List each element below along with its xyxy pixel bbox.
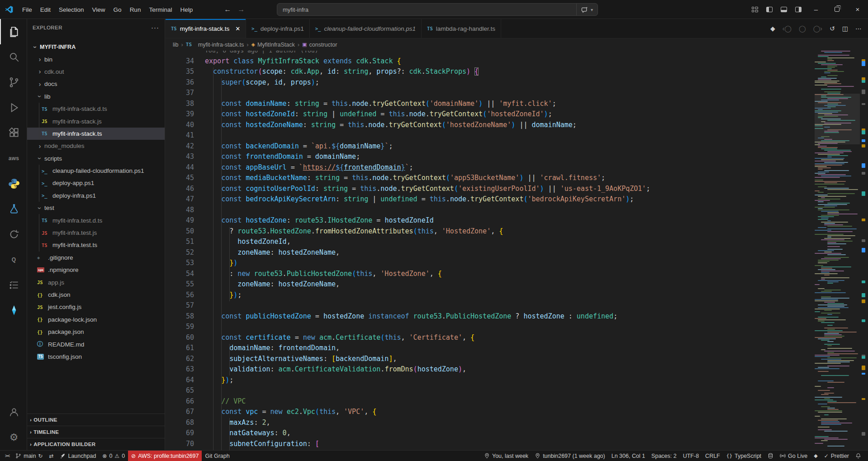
activity-ai-diamond-icon[interactable] — [0, 298, 27, 323]
code-line[interactable]: 58 const publicHostedZone = hostedZone i… — [166, 311, 815, 322]
tab-myfit-infra-stack.ts[interactable]: TSmyfit-infra-stack.ts✕ — [166, 19, 246, 38]
code-line[interactable]: 54 : new route53.PublicHostedZone(this, … — [166, 269, 815, 280]
tab-cleanup-failed-cloudformation.ps1[interactable]: >_cleanup-failed-cloudformation.ps1 — [310, 19, 422, 38]
code-line[interactable]: 69 natGateways: 0, — [166, 428, 815, 439]
activity-python-icon[interactable] — [0, 171, 27, 196]
breadcrumb-constructor[interactable]: ▣constructor — [302, 42, 337, 48]
status-launchpad[interactable]: Launchpad — [57, 451, 99, 461]
code-line[interactable]: 66 // VPC — [166, 396, 815, 407]
code-line[interactable]: 61 domainName: frontendDomain, — [166, 343, 815, 354]
code-line[interactable]: 51 hostedZoneId, — [166, 237, 815, 247]
tree-item-tsconfig.json[interactable]: TStsconfig.json — [27, 351, 165, 363]
status-notifications[interactable] — [852, 451, 864, 461]
tree-item-cleanup-failed-cloudformation.ps1[interactable]: >_cleanup-failed-cloudformation.ps1 — [27, 165, 165, 177]
code-line[interactable]: 59 — [166, 322, 815, 333]
code-line[interactable]: 49 const hostedZone: route53.IHostedZone… — [166, 215, 815, 226]
menu-view[interactable]: View — [88, 5, 109, 15]
code-line[interactable]: 56 }); — [166, 290, 815, 301]
restore-button[interactable] — [826, 0, 847, 19]
split-editor-icon[interactable]: ◫ — [842, 25, 848, 32]
overview-ruler[interactable] — [860, 51, 868, 450]
change-icon[interactable]: ◯ — [799, 25, 806, 32]
tree-item-cdk.json[interactable]: {}cdk.json — [27, 289, 165, 301]
menu-edit[interactable]: Edit — [36, 5, 55, 15]
code-line[interactable]: 43 const frontendDomain = domainName; — [166, 152, 815, 162]
tab-deploy-infra.ps1[interactable]: >_deploy-infra.ps1 — [246, 19, 310, 38]
code-editor[interactable]: You, 6 days ago | 1 author (You)34export… — [166, 51, 868, 450]
timeline-icon[interactable]: ↺ — [830, 25, 835, 32]
forward-arrow-icon[interactable]: → — [237, 5, 245, 14]
minimap-slider[interactable] — [815, 94, 860, 144]
menu-run[interactable]: Run — [126, 5, 145, 15]
status-go-live[interactable]: Go Live — [777, 451, 811, 461]
code-line[interactable]: 50 ? route53.HostedZone.fromHostedZoneAt… — [166, 226, 815, 237]
activity-source-control-icon[interactable] — [0, 70, 27, 95]
activity-amazon-q-icon[interactable]: Q — [0, 247, 27, 272]
code-line[interactable]: 55 zoneName: hostedZoneName, — [166, 279, 815, 290]
status-ai-sparkle[interactable]: ◆ — [811, 451, 821, 461]
code-line[interactable]: 44 const appBaseUrl = `https://${fronten… — [166, 162, 815, 173]
status-git-branch[interactable]: main↻ — [12, 451, 46, 461]
activity-flask-icon[interactable] — [0, 196, 27, 222]
status-encoding[interactable]: UTF-8 — [680, 451, 702, 461]
explorer-more-actions[interactable]: ··· — [151, 24, 159, 31]
tree-folder-scripts[interactable]: ›scripts — [27, 152, 165, 165]
menu-terminal[interactable]: Terminal — [145, 5, 176, 15]
activity-test-refresh-icon[interactable] — [0, 222, 27, 247]
toggle-secondary-sidebar-icon[interactable] — [792, 4, 804, 15]
breadcrumb[interactable]: lib›TSmyfit-infra-stack.ts›◈MyfitInfraSt… — [166, 38, 868, 51]
code-line[interactable]: 45 const mediaBucketName: string = this.… — [166, 173, 815, 184]
copilot-menu[interactable]: ▾ — [576, 4, 598, 15]
code-line[interactable]: 57 — [166, 300, 815, 311]
back-arrow-icon[interactable]: ← — [224, 5, 231, 14]
minimap[interactable] — [815, 51, 860, 450]
tree-item-app.js[interactable]: JSapp.js — [27, 276, 165, 288]
breadcrumb-MyfitInfraStack[interactable]: ◈MyfitInfraStack — [251, 42, 295, 48]
code-line[interactable]: 70 subnetConfiguration: [ — [166, 439, 815, 450]
activity-extensions-icon[interactable] — [0, 120, 27, 146]
close-tab-icon[interactable]: ✕ — [235, 25, 240, 32]
code-line[interactable]: 64 }); — [166, 375, 815, 386]
tree-folder-docs[interactable]: ›docs — [27, 78, 165, 90]
tree-item-myfit-infra.test.ts[interactable]: TSmyfit-infra.test.ts — [27, 239, 165, 251]
menu-go[interactable]: Go — [109, 5, 126, 15]
activity-run-debug-icon[interactable] — [0, 95, 27, 120]
tree-item-deploy-app.ps1[interactable]: >_deploy-app.ps1 — [27, 177, 165, 189]
status-eol[interactable]: CRLF — [702, 451, 723, 461]
code-line[interactable]: 52 zoneName: hostedZoneName, — [166, 247, 815, 258]
more-actions-icon[interactable]: ⋯ — [855, 25, 862, 32]
tree-item-.gitignore[interactable]: ◈.gitignore — [27, 252, 165, 264]
code-line[interactable]: 53 }) — [166, 258, 815, 269]
tree-item-deploy-infra.ps1[interactable]: >_deploy-infra.ps1 — [27, 190, 165, 202]
menu-selection[interactable]: Selection — [55, 5, 88, 15]
activity-todo-list-icon[interactable] — [0, 272, 27, 298]
breadcrumb-myfit-infra-stack.ts[interactable]: TSmyfit-infra-stack.ts — [186, 42, 244, 48]
status-aws-profile[interactable]: ⊘AWS: profile:tunbin2697 — [128, 451, 202, 461]
status-blame-author[interactable]: tunbin2697 (1 week ago) — [531, 451, 608, 461]
code-line[interactable]: 40 const hostedZoneName: string = this.n… — [166, 120, 815, 131]
code-line[interactable]: 68 maxAzs: 2, — [166, 418, 815, 428]
close-button[interactable]: × — [847, 0, 868, 19]
code-line[interactable]: 62 subjectAlternativeNames: [backendDoma… — [166, 354, 815, 365]
toggle-primary-sidebar-icon[interactable] — [764, 4, 775, 15]
tree-item-jest.config.js[interactable]: JSjest.config.js — [27, 301, 165, 313]
status-db-tool[interactable] — [764, 451, 777, 461]
status-language-mode[interactable]: {}TypeScript — [723, 451, 764, 461]
code-lines[interactable]: You, 6 days ago | 1 author (You)34export… — [166, 51, 815, 450]
tree-item-myfit-infra.test.d.ts[interactable]: TSmyfit-infra.test.d.ts — [27, 214, 165, 226]
status-remote-indicator[interactable]: >< — [2, 451, 12, 461]
tree-item-myfit-infra.test.js[interactable]: JSmyfit-infra.test.js — [27, 227, 165, 239]
code-line[interactable]: 36 super(scope, id, props); — [166, 77, 815, 88]
menu-file[interactable]: File — [18, 5, 36, 15]
menu-help[interactable]: Help — [176, 5, 197, 15]
tree-folder-lib[interactable]: ›lib — [27, 90, 165, 103]
code-line[interactable]: 47 const bedrockApiKeySecretArn: string … — [166, 194, 815, 205]
code-line[interactable]: 39 const hostedZoneId: string | undefine… — [166, 109, 815, 120]
status-git-compare[interactable]: ⇄ — [46, 451, 57, 461]
activity-explorer-icon[interactable] — [0, 19, 27, 44]
code-line[interactable]: 48 — [166, 205, 815, 216]
toggle-panel-icon[interactable] — [778, 4, 790, 15]
command-center-search[interactable]: myfit-infra ▾ — [277, 3, 598, 16]
tree-folder-myfit-infra[interactable]: ›MYFIT-INFRA — [27, 41, 165, 53]
status-blame-summary[interactable]: You, last week — [481, 451, 531, 461]
